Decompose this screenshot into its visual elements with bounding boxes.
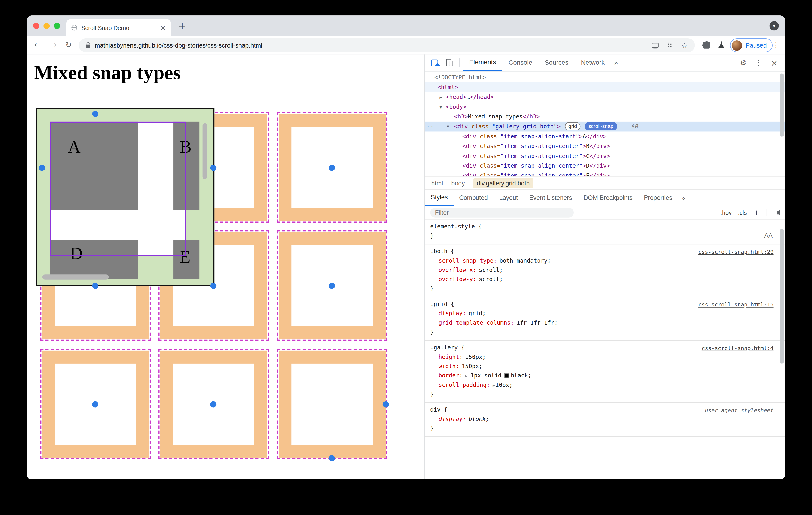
style-rule-both[interactable]: .both { css-scroll-snap.html:29 scroll-s… <box>425 244 785 297</box>
grid-badge[interactable]: grid <box>565 122 581 131</box>
browser-tab[interactable]: Scroll Snap Demo × <box>66 19 171 36</box>
snap-point-dot <box>210 401 216 408</box>
bookmark-star-icon[interactable]: ☆ <box>681 41 688 49</box>
tab-sources[interactable]: Sources <box>539 55 575 70</box>
hover-state-toggle[interactable]: :hov <box>721 209 732 216</box>
more-sidebar-tabs-icon[interactable]: » <box>678 194 688 202</box>
profile-paused-chip[interactable]: Paused <box>730 38 772 52</box>
style-rule-element-style[interactable]: element.style { } AA <box>425 220 785 245</box>
expand-shorthand-icon[interactable]: ▸ <box>493 383 495 388</box>
settings-gear-icon[interactable]: ⚙ <box>740 58 746 67</box>
dom-node-item[interactable]: <divclass="item snap-align-center">D</di… <box>425 161 785 171</box>
window-minimize-button[interactable] <box>44 23 50 29</box>
inspect-element-icon[interactable] <box>431 59 438 66</box>
browser-menu-icon[interactable]: ⋮ <box>772 40 780 50</box>
dom-node-doctype[interactable]: <!DOCTYPE html> <box>425 73 785 82</box>
window-zoom-button[interactable] <box>54 23 60 29</box>
style-rule-grid[interactable]: .grid { css-scroll-snap.html:15 display:… <box>425 297 785 341</box>
tab-network[interactable]: Network <box>575 55 611 70</box>
devtools-close-icon[interactable]: × <box>771 58 778 68</box>
tab-title: Scroll Snap Demo <box>81 25 160 31</box>
selector-gallery: .gallery { <box>430 343 464 352</box>
dom-node-item[interactable]: <divclass="item snap-align-start">A</div… <box>425 132 785 141</box>
dom-node-item[interactable]: <divclass="item snap-align-center">C</di… <box>425 151 785 161</box>
tab-event-listeners[interactable]: Event Listeners <box>524 190 578 205</box>
devtools-menu-icon[interactable]: ⋮ <box>755 58 762 67</box>
tab-strip: Scroll Snap Demo × + ▾ <box>27 16 785 36</box>
collapse-icon[interactable]: ▾ <box>439 103 446 112</box>
back-button[interactable]: ← <box>34 40 41 50</box>
new-style-rule-icon[interactable]: + <box>753 208 760 217</box>
snap-point-dot <box>210 283 216 289</box>
tab-close-icon[interactable]: × <box>160 24 166 32</box>
gallery-scroll-container[interactable]: A B D E <box>36 108 214 286</box>
tab-console[interactable]: Console <box>502 55 539 70</box>
styles-filter-input[interactable] <box>430 208 574 218</box>
extensions-puzzle-icon[interactable] <box>703 42 710 49</box>
tab-computed[interactable]: Computed <box>453 190 493 205</box>
apps-grid-icon[interactable] <box>667 42 673 48</box>
selector-element-style[interactable]: element.style { <box>430 222 482 231</box>
snap-point-dot <box>329 283 335 289</box>
vertical-scrollbar[interactable] <box>203 123 207 179</box>
breadcrumb-html[interactable]: html <box>431 179 443 187</box>
tab-search-button[interactable]: ▾ <box>770 21 779 30</box>
expand-icon[interactable]: ▸ <box>439 93 446 103</box>
scroll-snap-badge[interactable]: scroll-snap <box>585 122 617 131</box>
class-toggle[interactable]: .cls <box>738 209 747 216</box>
font-editor-icon[interactable]: AA <box>764 232 773 239</box>
dom-node-html[interactable]: <html> <box>425 82 785 92</box>
dom-node-head[interactable]: ▸<head>…</head> <box>425 92 785 102</box>
styles-filter-bar: :hov .cls + <box>425 206 785 220</box>
more-panels-icon[interactable]: » <box>611 59 621 66</box>
dom-tree: <!DOCTYPE html> <html> ▸<head>…</head> ▾… <box>425 71 785 176</box>
browser-window: Scroll Snap Demo × + ▾ ← → ↻ mathiasbyne… <box>27 16 785 480</box>
dom-node-h3[interactable]: <h3>Mixed snap types</h3> <box>425 112 785 122</box>
lock-icon[interactable] <box>86 45 90 48</box>
tab-elements[interactable]: Elements <box>463 54 502 71</box>
dom-node-item[interactable]: <divclass="item snap-align-center">E</di… <box>425 171 785 176</box>
tab-styles[interactable]: Styles <box>425 190 454 206</box>
window-close-button[interactable] <box>33 23 39 29</box>
tab-properties[interactable]: Properties <box>638 190 678 205</box>
device-toolbar-icon[interactable] <box>446 59 453 66</box>
horizontal-scrollbar[interactable] <box>42 274 109 280</box>
selector-div: div { <box>430 405 447 414</box>
breadcrumb: html body div.gallery.grid.both <box>425 176 785 189</box>
toggle-sidebar-icon[interactable] <box>773 210 780 216</box>
tab-dom-breakpoints[interactable]: DOM Breakpoints <box>578 190 638 205</box>
address-bar[interactable]: mathiasbynens.github.io/css-dbg-stories/… <box>79 38 695 52</box>
style-rule-div-ua[interactable]: div { user agent stylesheet display:bloc… <box>425 403 785 437</box>
dom-node-item[interactable]: <divclass="item snap-align-center">B</di… <box>425 141 785 151</box>
style-rule-gallery[interactable]: .gallery { css-scroll-snap.html:4 height… <box>425 341 785 403</box>
sidebar-tab-bar: Styles Computed Layout Event Listeners D… <box>425 190 785 206</box>
collapse-icon[interactable]: ▾ <box>447 122 453 132</box>
expand-shorthand-icon[interactable]: ▸ <box>465 373 467 378</box>
filter-divider <box>766 209 766 216</box>
forward-button[interactable]: → <box>50 40 57 50</box>
stylesheet-link[interactable]: css-scroll-snap.html:29 <box>698 247 774 256</box>
dom-tree-scrollbar[interactable] <box>780 74 784 137</box>
snap-point-dot <box>92 283 98 289</box>
breadcrumb-selected[interactable]: div.gallery.grid.both <box>473 178 533 188</box>
stylesheet-link[interactable]: css-scroll-snap.html:4 <box>702 343 774 352</box>
selector-grid: .grid { <box>430 300 454 309</box>
install-icon[interactable] <box>652 43 659 48</box>
breadcrumb-body[interactable]: body <box>451 179 465 187</box>
tab-layout[interactable]: Layout <box>494 190 524 205</box>
stylesheet-link[interactable]: css-scroll-snap.html:15 <box>698 300 774 309</box>
profile-avatar <box>732 40 742 51</box>
url-text[interactable]: mathiasbynens.github.io/css-dbg-stories/… <box>95 41 652 49</box>
dom-node-body[interactable]: ▾<body> <box>425 102 785 112</box>
page-viewport: Mixed snap types A B D E <box>27 54 425 480</box>
reload-button[interactable]: ↻ <box>65 40 71 50</box>
browser-toolbar: ← → ↻ mathiasbynens.github.io/css-dbg-st… <box>27 36 785 54</box>
new-tab-button[interactable]: + <box>178 20 186 31</box>
snap-point-dot <box>39 165 45 171</box>
snap-point-dot <box>210 165 216 171</box>
color-swatch-black[interactable] <box>504 373 509 378</box>
node-options-icon[interactable]: ⋯ <box>427 122 433 132</box>
extension-flask-icon[interactable] <box>718 41 725 49</box>
dom-node-gallery-selected[interactable]: ⋯ ▾<divclass="gallery grid both">gridscr… <box>425 122 785 132</box>
styles-pane-scrollbar[interactable] <box>780 229 784 364</box>
